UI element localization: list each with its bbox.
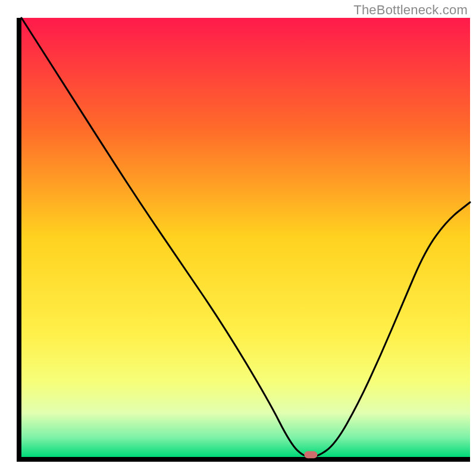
chart-frame: TheBottleneck.com [0,0,476,476]
optimal-marker [304,451,317,458]
y-axis [17,18,21,462]
watermark-label: TheBottleneck.com [353,2,468,18]
bottleneck-chart [0,0,476,476]
plot-background [21,18,470,457]
x-axis [17,457,470,462]
